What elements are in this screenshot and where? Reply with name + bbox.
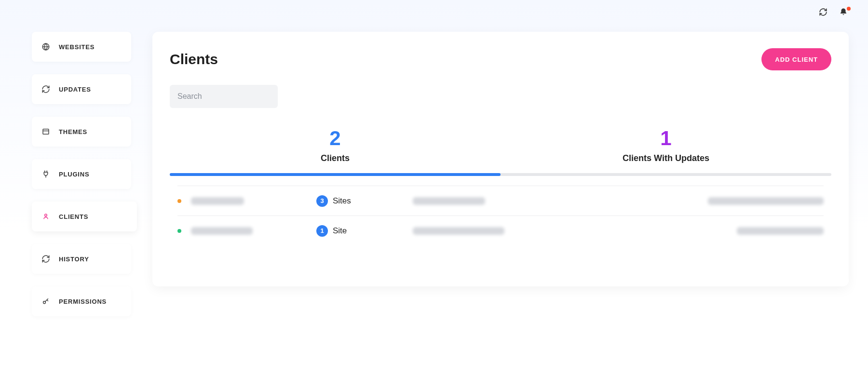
sidebar-item-label: THEMES	[59, 128, 87, 135]
tab-label: Clients	[170, 153, 501, 163]
tab-indicator	[170, 173, 501, 176]
sync-icon	[41, 85, 50, 94]
search-input[interactable]	[170, 85, 278, 108]
add-client-button[interactable]: ADD CLIENT	[761, 48, 831, 70]
tab-track	[170, 173, 831, 176]
tab-clients-with-updates[interactable]: 1 Clients With Updates	[501, 128, 831, 173]
sidebar-item-plugins[interactable]: PLUGINS	[32, 159, 131, 189]
client-email	[708, 197, 824, 205]
sites-label: Sites	[333, 196, 351, 206]
notification-dot	[847, 7, 851, 11]
sidebar-item-updates[interactable]: UPDATES	[32, 74, 131, 104]
page-title: Clients	[170, 51, 218, 67]
topbar	[819, 8, 849, 17]
sidebar-item-label: WEBSITES	[59, 43, 95, 51]
svg-point-2	[45, 214, 47, 216]
client-email	[737, 227, 824, 235]
tab-count: 1	[501, 128, 831, 148]
bell-icon[interactable]	[839, 8, 849, 17]
sites-count-badge: 3	[316, 195, 328, 207]
table-row[interactable]: 3 Sites	[177, 186, 824, 216]
search	[170, 85, 831, 108]
sidebar-item-label: UPDATES	[59, 86, 91, 93]
refresh-icon[interactable]	[819, 8, 828, 17]
status-dot	[177, 199, 181, 203]
svg-rect-1	[43, 129, 49, 135]
client-company	[413, 197, 485, 205]
user-icon	[41, 212, 50, 221]
sidebar-item-clients[interactable]: CLIENTS	[32, 202, 137, 231]
tab-clients[interactable]: 2 Clients	[170, 128, 501, 173]
sync-icon	[41, 255, 50, 263]
sidebar-item-label: PLUGINS	[59, 171, 89, 178]
sidebar-item-label: CLIENTS	[59, 213, 88, 220]
tab-label: Clients With Updates	[501, 153, 831, 163]
tab-count: 2	[170, 128, 501, 148]
sidebar-item-permissions[interactable]: PERMISSIONS	[32, 286, 131, 316]
client-rows: 3 Sites 1 Site	[170, 186, 831, 245]
sidebar-item-label: PERMISSIONS	[59, 298, 107, 305]
plug-icon	[41, 170, 50, 178]
sidebar-item-label: HISTORY	[59, 256, 89, 263]
status-dot	[177, 229, 181, 233]
table-row[interactable]: 1 Site	[177, 216, 824, 245]
main-card: Clients ADD CLIENT 2 Clients 1 Clients W…	[152, 32, 849, 286]
sidebar: WEBSITES UPDATES THEMES PLUGINS CLIENTS	[32, 32, 131, 381]
sites-count-badge: 1	[316, 225, 328, 237]
stats-tabs: 2 Clients 1 Clients With Updates	[170, 128, 831, 173]
sidebar-item-history[interactable]: HISTORY	[32, 244, 131, 274]
window-icon	[41, 127, 50, 136]
client-name	[191, 227, 253, 235]
client-name	[191, 197, 244, 205]
globe-icon	[41, 42, 50, 51]
sidebar-item-websites[interactable]: WEBSITES	[32, 32, 131, 62]
sidebar-item-themes[interactable]: THEMES	[32, 117, 131, 147]
client-company	[413, 227, 504, 235]
sites-label: Site	[333, 226, 347, 236]
key-icon	[41, 297, 50, 306]
